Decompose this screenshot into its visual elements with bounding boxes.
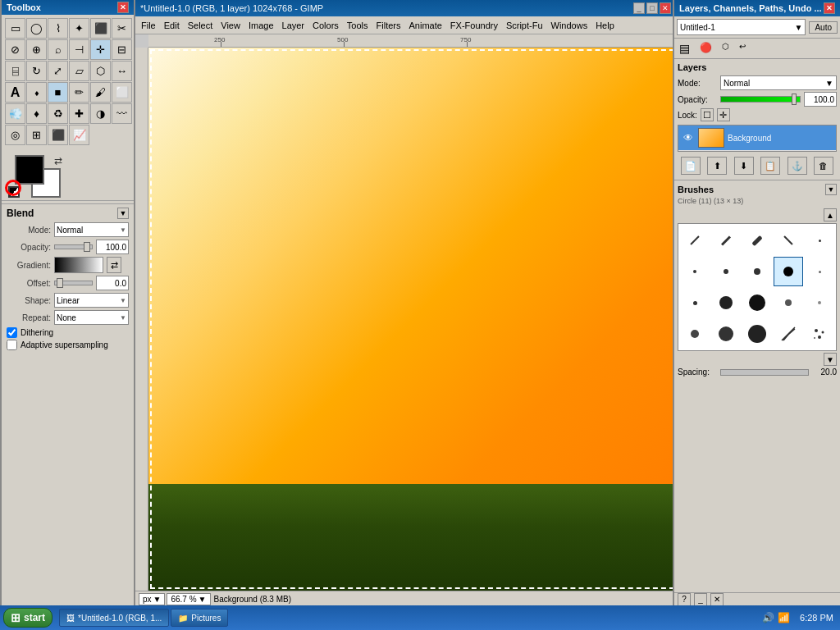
zoom-select[interactable]: 66.7 % ▼ bbox=[167, 593, 210, 605]
layers-auto-button[interactable]: Auto bbox=[809, 21, 838, 34]
offset-slider[interactable] bbox=[54, 281, 93, 285]
offset-input[interactable] bbox=[96, 276, 129, 290]
blend-options-menu[interactable]: ▼ bbox=[117, 208, 129, 219]
tab-channels[interactable]: 🔴 bbox=[695, 39, 717, 58]
unit-select[interactable]: px ▼ bbox=[139, 593, 165, 605]
extra-tool-1[interactable]: ⬛ bbox=[48, 125, 68, 145]
menu-file[interactable]: File bbox=[137, 19, 160, 32]
foreground-color-swatch[interactable] bbox=[15, 155, 44, 185]
menu-help[interactable]: Help bbox=[591, 19, 619, 32]
menu-image[interactable]: Image bbox=[244, 19, 278, 32]
heal-tool[interactable]: ✚ bbox=[69, 103, 89, 124]
move-tool[interactable]: ✛ bbox=[90, 39, 111, 60]
brush-item-8[interactable] bbox=[742, 257, 772, 286]
layer-background-row[interactable]: 👁 Background bbox=[678, 126, 836, 151]
menu-layer[interactable]: Layer bbox=[278, 19, 309, 32]
paths-tool[interactable]: ⊘ bbox=[5, 39, 25, 60]
menu-view[interactable]: View bbox=[217, 19, 244, 32]
layers-opacity-thumb[interactable] bbox=[792, 94, 797, 105]
canvas-maximize-button[interactable]: □ bbox=[646, 2, 658, 14]
by-color-select-tool[interactable]: ⬛ bbox=[90, 18, 111, 39]
lower-layer-button[interactable]: ⬇ bbox=[734, 157, 754, 175]
smudge-tool[interactable]: 〰 bbox=[112, 103, 132, 124]
paintbrush-tool[interactable]: 🖌 bbox=[90, 82, 111, 103]
zoom-tool[interactable]: ⌕ bbox=[48, 39, 68, 60]
scissors-tool[interactable]: ✂ bbox=[112, 18, 132, 39]
canvas-minimize-button[interactable]: _ bbox=[633, 2, 645, 14]
layers-image-select[interactable]: Untitled-1 ▼ bbox=[677, 19, 806, 35]
brushes-scroll-down[interactable]: ▼ bbox=[824, 353, 837, 366]
crop-tool[interactable]: ⌸ bbox=[5, 61, 25, 81]
menu-fx-foundry[interactable]: FX-Foundry bbox=[446, 19, 502, 32]
help-icon-button[interactable]: ? bbox=[678, 593, 691, 606]
reset-colors-button[interactable] bbox=[8, 186, 20, 198]
ink-tool[interactable]: ♦ bbox=[26, 103, 47, 124]
layers-mode-select[interactable]: Normal ▼ bbox=[720, 75, 837, 90]
blend-tool[interactable]: ■ bbox=[48, 82, 68, 103]
fuzzy-select-tool[interactable]: ✦ bbox=[69, 18, 89, 39]
brushes-scroll-up[interactable]: ▲ bbox=[824, 208, 837, 221]
new-layer-button[interactable]: 📄 bbox=[681, 157, 701, 175]
menu-colors[interactable]: Colors bbox=[308, 19, 343, 32]
toolbox-close-button[interactable]: ✕ bbox=[117, 2, 129, 13]
raise-layer-button[interactable]: ⬆ bbox=[707, 157, 727, 175]
convolve-tool[interactable]: ◎ bbox=[5, 125, 25, 145]
spacing-slider[interactable] bbox=[720, 369, 809, 376]
delete-layer-button[interactable]: 🗑 bbox=[814, 157, 833, 175]
canvas-close-button[interactable]: ✕ bbox=[660, 2, 671, 14]
lasso-tool[interactable]: ⌇ bbox=[48, 18, 68, 39]
brush-item-5[interactable] bbox=[805, 226, 834, 255]
brush-item-14[interactable] bbox=[774, 288, 803, 317]
gradient-preview[interactable] bbox=[54, 257, 103, 273]
menu-filters[interactable]: Filters bbox=[372, 19, 405, 32]
foreground-select-tool[interactable]: ⊞ bbox=[26, 125, 47, 145]
text-tool[interactable]: A bbox=[5, 82, 25, 103]
rotate-tool[interactable]: ↻ bbox=[26, 61, 47, 81]
brush-item-12[interactable] bbox=[711, 288, 741, 317]
duplicate-layer-button[interactable]: 📋 bbox=[760, 157, 780, 175]
brush-item-13[interactable] bbox=[742, 288, 772, 317]
airbrush-tool[interactable]: 💨 bbox=[5, 103, 25, 124]
offset-thumb[interactable] bbox=[57, 278, 63, 288]
clone-tool[interactable]: ♻ bbox=[48, 103, 68, 124]
align-tool[interactable]: ⊟ bbox=[112, 39, 132, 60]
mode-select[interactable]: Normal ▼ bbox=[54, 222, 129, 237]
menu-animate[interactable]: Animate bbox=[404, 19, 445, 32]
brushes-menu-button[interactable]: ▼ bbox=[825, 184, 837, 195]
adaptive-checkbox[interactable] bbox=[7, 340, 17, 350]
brush-item-20[interactable] bbox=[805, 319, 834, 349]
menu-edit[interactable]: Edit bbox=[160, 19, 184, 32]
menu-tools[interactable]: Tools bbox=[343, 19, 372, 32]
perspective-tool[interactable]: ⬡ bbox=[90, 61, 111, 81]
shear-tool[interactable]: ▱ bbox=[69, 61, 89, 81]
layer-visibility-toggle[interactable]: 👁 bbox=[682, 131, 695, 144]
taskbar-gimp-item[interactable]: 🖼 *Untitled-1.0 (RGB, 1... bbox=[59, 609, 169, 627]
canvas-viewport[interactable] bbox=[148, 48, 676, 591]
brush-item-1[interactable] bbox=[680, 226, 710, 255]
rect-select-tool[interactable]: ▭ bbox=[5, 18, 25, 39]
flip-tool[interactable]: ↔ bbox=[112, 61, 132, 81]
brush-item-19[interactable] bbox=[774, 319, 803, 349]
minimize-icon-button[interactable]: _ bbox=[694, 593, 707, 606]
dodge-burn-tool[interactable]: ◑ bbox=[90, 103, 111, 124]
brush-item-6[interactable] bbox=[680, 257, 710, 286]
brush-item-10[interactable] bbox=[805, 257, 834, 286]
swap-colors-button[interactable]: ⇄ bbox=[54, 155, 66, 167]
lock-position-button[interactable]: ✛ bbox=[717, 108, 730, 121]
anchor-layer-button[interactable]: ⚓ bbox=[788, 157, 807, 175]
brush-item-11[interactable] bbox=[680, 288, 710, 317]
brush-item-7[interactable] bbox=[711, 257, 741, 286]
brush-item-3[interactable] bbox=[742, 226, 772, 255]
ellipse-select-tool[interactable]: ◯ bbox=[26, 18, 47, 39]
menu-script-fu[interactable]: Script-Fu bbox=[502, 19, 547, 32]
shape-select[interactable]: Linear ▼ bbox=[54, 293, 129, 308]
layers-opacity-slider[interactable] bbox=[720, 96, 801, 103]
brush-item-15[interactable] bbox=[805, 288, 834, 317]
tab-undo[interactable]: ↩ bbox=[734, 39, 751, 58]
brush-item-2[interactable] bbox=[711, 226, 741, 255]
lock-pixels-button[interactable]: ☐ bbox=[701, 108, 714, 121]
scale-tool[interactable]: ⤢ bbox=[48, 61, 68, 81]
color-picker-tool[interactable]: ⊕ bbox=[26, 39, 47, 60]
dithering-checkbox[interactable] bbox=[7, 327, 17, 338]
close-status-button[interactable]: ✕ bbox=[710, 593, 724, 606]
